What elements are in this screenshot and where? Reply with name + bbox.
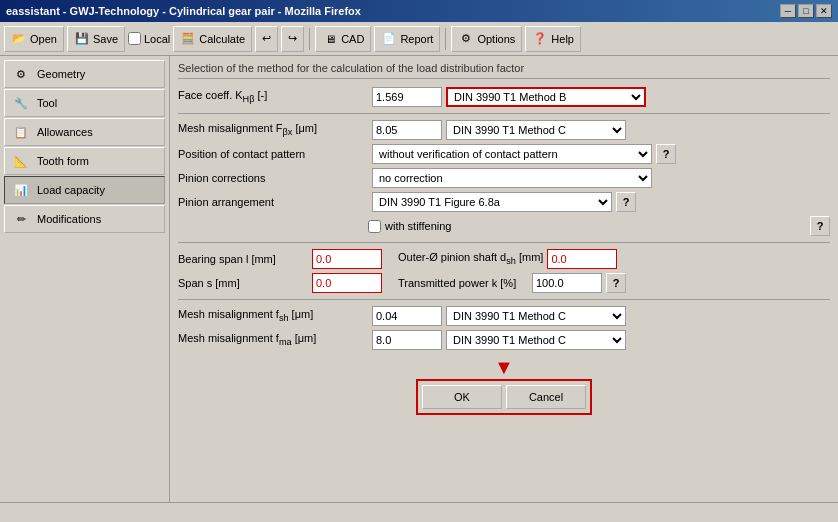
- report-button[interactable]: 📄 Report: [374, 26, 440, 52]
- cancel-button[interactable]: Cancel: [506, 385, 586, 409]
- minimize-button[interactable]: ─: [780, 4, 796, 18]
- calculate-icon: 🧮: [180, 31, 196, 47]
- mesh-misalign-fma-row: Mesh misalignment fma [μm] DIN 3990 T1 M…: [178, 330, 830, 350]
- open-icon: 📂: [11, 31, 27, 47]
- transmitted-power-label: Transmitted power k [%]: [398, 277, 528, 289]
- contact-pattern-row: Position of contact pattern without veri…: [178, 144, 830, 164]
- mesh-misalign-fma-method-select[interactable]: DIN 3990 T1 Method C: [446, 330, 626, 350]
- options-icon: ⚙: [458, 31, 474, 47]
- save-button[interactable]: 💾 Save: [67, 26, 125, 52]
- modifications-icon: ✏: [11, 209, 31, 229]
- tool-icon: 🔧: [11, 93, 31, 113]
- local-checkbox-container: Local: [128, 32, 170, 45]
- bearing-span-row: Bearing span l [mm] Outer-Ø pinion shaft…: [178, 249, 830, 269]
- pinion-arrangement-help-btn[interactable]: ?: [616, 192, 636, 212]
- redo-button[interactable]: ↪: [281, 26, 304, 52]
- maximize-button[interactable]: □: [798, 4, 814, 18]
- contact-pattern-label: Position of contact pattern: [178, 148, 368, 160]
- stiffening-row: with stiffening ?: [368, 216, 830, 236]
- span-s-input[interactable]: [312, 273, 382, 293]
- sidebar-label-modifications: Modifications: [37, 213, 101, 225]
- allowances-icon: 📋: [11, 122, 31, 142]
- report-icon: 📄: [381, 31, 397, 47]
- contact-pattern-help-btn[interactable]: ?: [656, 144, 676, 164]
- cad-icon: 🖥: [322, 31, 338, 47]
- open-button[interactable]: 📂 Open: [4, 26, 64, 52]
- title-bar: eassistant - GWJ-Technology - Cylindrica…: [0, 0, 838, 22]
- local-checkbox[interactable]: [128, 32, 141, 45]
- outer-diam-label: Outer-Ø pinion shaft dsh [mm]: [398, 251, 543, 266]
- mesh-misalign-fsh-method-select[interactable]: DIN 3990 T1 Method C: [446, 306, 626, 326]
- sidebar-label-allowances: Allowances: [37, 126, 93, 138]
- sidebar-item-loadcapacity[interactable]: 📊 Load capacity: [4, 176, 165, 204]
- face-coeff-label: Face coeff. KHβ [-]: [178, 89, 368, 104]
- transmitted-power-input[interactable]: [532, 273, 602, 293]
- undo-button[interactable]: ↩: [255, 26, 278, 52]
- geometry-icon: ⚙: [11, 64, 31, 84]
- mesh-misalign-fma-input[interactable]: [372, 330, 442, 350]
- outer-diam-input[interactable]: [547, 249, 617, 269]
- bearing-span-input[interactable]: [312, 249, 382, 269]
- divider-3: [178, 299, 830, 300]
- save-icon: 💾: [74, 31, 90, 47]
- calculate-button[interactable]: 🧮 Calculate: [173, 26, 252, 52]
- sidebar-label-geometry: Geometry: [37, 68, 85, 80]
- mesh-misalign-fsh-label: Mesh misalignment fsh [μm]: [178, 308, 368, 323]
- sidebar-item-allowances[interactable]: 📋 Allowances: [4, 118, 165, 146]
- sidebar-label-toothform: Tooth form: [37, 155, 89, 167]
- span-s-item: Span s [mm]: [178, 273, 382, 293]
- sidebar: ⚙ Geometry 🔧 Tool 📋 Allowances 📐 Tooth f…: [0, 56, 170, 502]
- arrow-down-indicator: ▼: [494, 356, 514, 379]
- close-button[interactable]: ✕: [816, 4, 832, 18]
- stiffening-label: with stiffening: [385, 220, 451, 232]
- ok-button[interactable]: OK: [422, 385, 502, 409]
- options-button[interactable]: ⚙ Options: [451, 26, 522, 52]
- toolbar-sep-2: [445, 28, 446, 50]
- face-coeff-row: Face coeff. KHβ [-] DIN 3990 T1 Method B…: [178, 87, 830, 107]
- outer-diam-item: Outer-Ø pinion shaft dsh [mm]: [398, 249, 617, 269]
- cad-button[interactable]: 🖥 CAD: [315, 26, 371, 52]
- face-coeff-method-select[interactable]: DIN 3990 T1 Method B DIN 3990 T1 Method …: [446, 87, 646, 107]
- pinion-corrections-select[interactable]: no correction: [372, 168, 652, 188]
- sidebar-item-modifications[interactable]: ✏ Modifications: [4, 205, 165, 233]
- mesh-misalign-f-row: Mesh misalignment Fβx [μm] DIN 3990 T1 M…: [178, 120, 830, 140]
- stiffening-checkbox[interactable]: [368, 220, 381, 233]
- stiffening-help-btn[interactable]: ?: [810, 216, 830, 236]
- toolbar: 📂 Open 💾 Save Local 🧮 Calculate ↩ ↪ 🖥 CA…: [0, 22, 838, 56]
- transmitted-power-help-btn[interactable]: ?: [606, 273, 626, 293]
- sidebar-item-toothform[interactable]: 📐 Tooth form: [4, 147, 165, 175]
- mesh-misalign-fsh-input[interactable]: [372, 306, 442, 326]
- panel-description: Selection of the method for the calculat…: [178, 62, 830, 79]
- ok-cancel-wrapper: OK Cancel: [416, 379, 592, 415]
- help-icon: ❓: [532, 31, 548, 47]
- bearing-span-item: Bearing span l [mm]: [178, 249, 382, 269]
- span-s-row: Span s [mm] Transmitted power k [%] ?: [178, 273, 830, 293]
- title-buttons: ─ □ ✕: [780, 4, 832, 18]
- help-button[interactable]: ❓ Help: [525, 26, 581, 52]
- sidebar-label-loadcapacity: Load capacity: [37, 184, 105, 196]
- mesh-misalign-f-input[interactable]: [372, 120, 442, 140]
- mesh-misalign-fma-label: Mesh misalignment fma [μm]: [178, 332, 368, 347]
- title-text: eassistant - GWJ-Technology - Cylindrica…: [6, 5, 361, 17]
- sidebar-label-tool: Tool: [37, 97, 57, 109]
- toothform-icon: 📐: [11, 151, 31, 171]
- toolbar-sep-1: [309, 28, 310, 50]
- pinion-corrections-row: Pinion corrections no correction: [178, 168, 830, 188]
- loadcapacity-icon: 📊: [11, 180, 31, 200]
- face-coeff-input[interactable]: [372, 87, 442, 107]
- pinion-arrangement-select[interactable]: DIN 3990 T1 Figure 6.8a: [372, 192, 612, 212]
- sidebar-item-geometry[interactable]: ⚙ Geometry: [4, 60, 165, 88]
- bearing-span-label: Bearing span l [mm]: [178, 253, 308, 265]
- divider-1: [178, 113, 830, 114]
- status-bar: [0, 502, 838, 522]
- mesh-misalign-fsh-row: Mesh misalignment fsh [μm] DIN 3990 T1 M…: [178, 306, 830, 326]
- sidebar-item-tool[interactable]: 🔧 Tool: [4, 89, 165, 117]
- contact-pattern-select[interactable]: without verification of contact pattern: [372, 144, 652, 164]
- span-s-label: Span s [mm]: [178, 277, 308, 289]
- pinion-corrections-label: Pinion corrections: [178, 172, 368, 184]
- mesh-misalign-f-method-select[interactable]: DIN 3990 T1 Method C DIN 3990 T1 Method …: [446, 120, 626, 140]
- pinion-arrangement-label: Pinion arrangement: [178, 196, 368, 208]
- right-panel: Selection of the method for the calculat…: [170, 56, 838, 502]
- divider-2: [178, 242, 830, 243]
- mesh-misalign-f-label: Mesh misalignment Fβx [μm]: [178, 122, 368, 137]
